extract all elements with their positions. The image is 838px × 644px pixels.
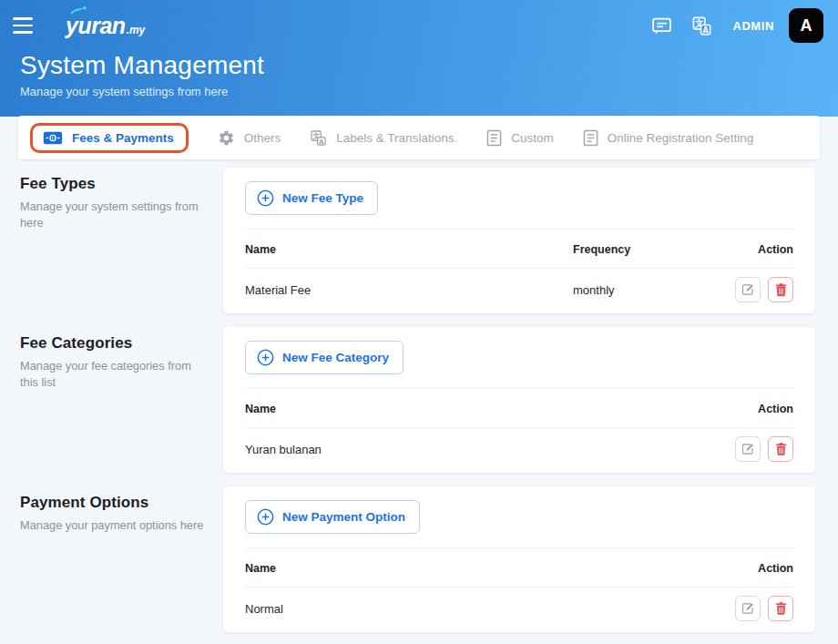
- section-description: Manage your fee categories from this lis…: [20, 358, 210, 391]
- table-row: Material Fee monthly: [245, 269, 793, 302]
- new-fee-category-button[interactable]: New Fee Category: [245, 341, 404, 374]
- translate-icon: 文 A: [310, 129, 327, 147]
- avatar[interactable]: A: [789, 8, 823, 43]
- section-title: Fee Categories: [20, 334, 210, 353]
- tab-label: Others: [244, 131, 281, 145]
- tab-labels-translations[interactable]: 文 A Labels & Translations.: [310, 129, 457, 147]
- tab-label: Fees & Payments: [72, 131, 174, 145]
- top-bar: yuran.my 文 A ADMIN A: [13, 7, 823, 44]
- page-title: System Management: [20, 51, 823, 80]
- table-row: Normal: [245, 588, 793, 621]
- edit-icon: [741, 282, 755, 297]
- chat-button[interactable]: [650, 15, 673, 37]
- edit-icon: [741, 601, 755, 616]
- edit-button[interactable]: [735, 436, 761, 462]
- new-payment-option-button[interactable]: New Payment Option: [245, 500, 420, 534]
- new-fee-type-button[interactable]: New Fee Type: [245, 181, 378, 215]
- edit-button[interactable]: [735, 277, 761, 302]
- logo-text: yuran: [66, 13, 126, 39]
- payment-options-card: New Payment Option Name Action Normal: [223, 486, 815, 632]
- gear-icon: [218, 129, 235, 147]
- edit-icon: [741, 442, 755, 456]
- section-title: Payment Options: [20, 494, 210, 512]
- trash-icon: [774, 442, 788, 456]
- logo-suffix: .my: [127, 24, 146, 36]
- section-payment-options: Payment Options Manage your payment opti…: [20, 486, 815, 632]
- logo-swoosh-icon: [69, 6, 87, 15]
- document-icon: [583, 129, 598, 147]
- banknote-icon: [43, 131, 63, 145]
- tab-others[interactable]: Others: [218, 129, 281, 147]
- column-header-action: Action: [728, 562, 793, 575]
- payment-option-name: Normal: [245, 602, 728, 616]
- column-header-name: Name: [245, 243, 573, 256]
- tab-label: Online Registration Setting: [608, 131, 754, 145]
- button-label: New Fee Type: [282, 191, 363, 205]
- page-subtitle: Manage your system settings from here: [20, 85, 823, 98]
- trash-icon: [774, 601, 788, 616]
- button-label: New Payment Option: [282, 510, 405, 524]
- svg-text:A: A: [320, 138, 325, 145]
- section-description: Manage your payment options here: [20, 517, 210, 534]
- fee-types-card: New Fee Type Name Frequency Action Mater…: [223, 168, 815, 313]
- admin-label: ADMIN: [732, 19, 774, 33]
- section-title: Fee Types: [20, 175, 210, 193]
- translate-button[interactable]: 文 A: [691, 15, 712, 36]
- table-header: Name Action: [245, 389, 793, 427]
- tab-label: Labels & Translations.: [336, 131, 457, 145]
- table-header: Name Action: [245, 548, 793, 587]
- column-header-frequency: Frequency: [573, 243, 728, 256]
- section-description: Manage your system settings from here: [20, 199, 210, 231]
- trash-icon: [774, 282, 788, 297]
- delete-button[interactable]: [768, 596, 793, 621]
- tab-online-registration-setting[interactable]: Online Registration Setting: [583, 129, 754, 147]
- table-header: Name Frequency Action: [245, 230, 793, 268]
- button-label: New Fee Category: [282, 351, 389, 364]
- annotation-highlight-ring: Fees & Payments: [30, 123, 189, 153]
- fee-type-frequency: monthly: [573, 283, 728, 297]
- tab-label: Custom: [511, 131, 554, 145]
- section-fee-categories: Fee Categories Manage your fee categorie…: [20, 327, 815, 473]
- app-header: yuran.my 文 A ADMIN A System Management M…: [0, 0, 838, 117]
- column-header-action: Action: [728, 243, 793, 256]
- table-row: Yuran bulanan: [245, 428, 793, 462]
- plus-circle-icon: [257, 349, 274, 366]
- delete-button[interactable]: [768, 436, 793, 462]
- fee-category-name: Yuran bulanan: [245, 443, 728, 456]
- tab-bar: Fees & Payments Others 文 A Labels & Tran…: [18, 116, 820, 159]
- plus-circle-icon: [257, 508, 274, 526]
- edit-button[interactable]: [735, 596, 761, 621]
- menu-icon[interactable]: [13, 14, 36, 37]
- svg-text:A: A: [703, 25, 710, 34]
- delete-button[interactable]: [768, 277, 793, 302]
- column-header-name: Name: [245, 403, 728, 415]
- column-header-name: Name: [245, 562, 728, 575]
- plus-circle-icon: [257, 189, 274, 207]
- translate-icon: 文 A: [691, 15, 712, 36]
- fee-categories-card: New Fee Category Name Action Yuran bulan…: [223, 327, 815, 473]
- tab-custom[interactable]: Custom: [486, 129, 554, 147]
- column-header-action: Action: [728, 403, 793, 415]
- tab-fees-payments[interactable]: Fees & Payments: [43, 131, 174, 145]
- fee-type-name: Material Fee: [245, 283, 573, 297]
- document-icon: [486, 129, 502, 147]
- app-logo[interactable]: yuran.my: [66, 13, 145, 39]
- section-fee-types: Fee Types Manage your system settings fr…: [20, 168, 815, 313]
- chat-icon: [650, 15, 673, 37]
